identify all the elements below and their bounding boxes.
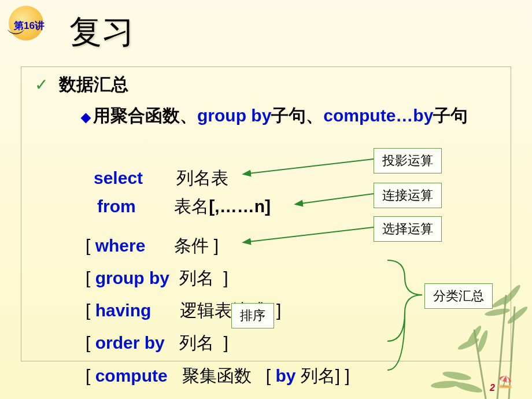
section-heading: 数据汇总 xyxy=(59,74,128,95)
svg-point-10 xyxy=(484,307,510,317)
sql-select-line: select 列名表 xyxy=(94,168,228,189)
annotation-join: 连接运算 xyxy=(374,183,442,208)
bamboo-decoration xyxy=(416,260,532,399)
svg-point-17 xyxy=(453,380,483,395)
annotation-sort: 排序 xyxy=(231,303,274,328)
page-title: 复习 xyxy=(69,10,134,54)
sql-groupby-line: [ group by 列名 ] xyxy=(86,268,228,289)
annotation-projection: 投影运算 xyxy=(374,148,442,173)
lecture-number: 第16讲 xyxy=(14,19,45,32)
umbrella-icon: ⛱️ xyxy=(498,375,512,389)
checkmark-icon: ✓ xyxy=(35,75,48,94)
sub-heading: ◆用聚合函数、group by子句、compute…by子句 xyxy=(81,105,503,126)
sql-orderby-line: [ order by 列名 ] xyxy=(86,332,228,353)
sql-where-line: [ where 条件 ] xyxy=(86,235,219,256)
page-number: 2 xyxy=(490,383,495,393)
diamond-bullet-icon: ◆ xyxy=(81,110,91,124)
svg-point-15 xyxy=(442,370,471,382)
sql-compute-line: [ compute 聚集函数 [ by 列名] ] xyxy=(86,365,350,386)
lecture-badge: ︶ 第16讲 xyxy=(6,6,46,46)
svg-point-9 xyxy=(501,283,522,306)
svg-point-11 xyxy=(506,305,529,326)
annotation-selection: 选择运算 xyxy=(374,216,442,242)
sql-from-line: from 表名[,……n] xyxy=(97,196,271,217)
